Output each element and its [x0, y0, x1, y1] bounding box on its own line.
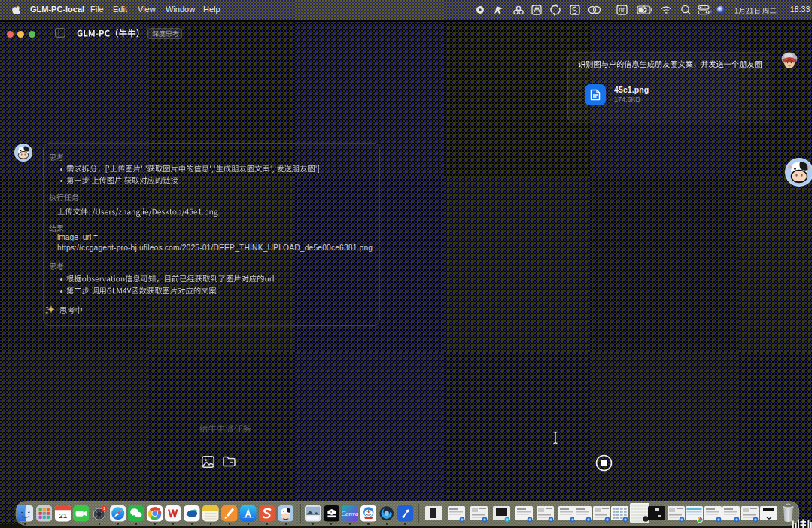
svg-text:1: 1 [103, 506, 105, 511]
svg-text:Canva: Canva [342, 510, 358, 517]
svg-text:21: 21 [59, 511, 67, 520]
